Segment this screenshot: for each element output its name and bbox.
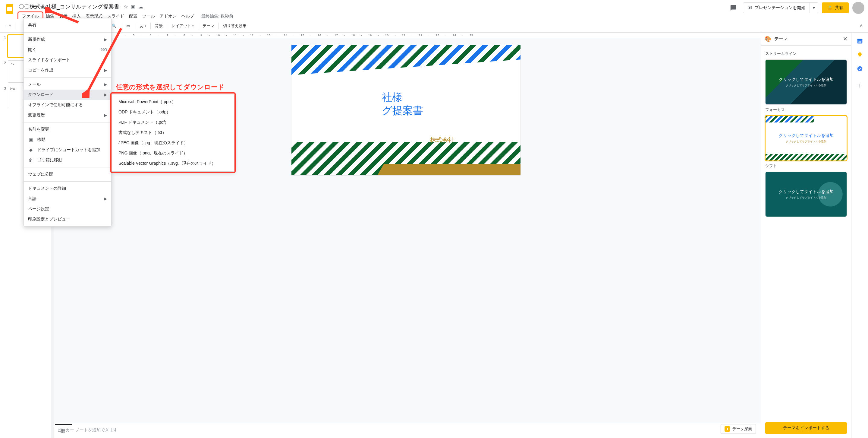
menu-addons[interactable]: アドオン <box>157 12 179 19</box>
move-folder-icon[interactable]: ▣ <box>131 4 135 10</box>
share-button[interactable]: 🔒 共有 <box>822 2 849 13</box>
comments-icon[interactable] <box>727 2 739 13</box>
svg-rect-1 <box>7 7 12 11</box>
present-button[interactable]: プレゼンテーションを開始 ▾ <box>743 2 818 13</box>
app-header: 〇〇株式会社様_コンサルティング提案書 ☆ ▣ ☁ ファイル 編集 表示 挿入 … <box>0 0 868 19</box>
star-icon[interactable]: ☆ <box>124 4 128 10</box>
slides-logo[interactable] <box>4 3 16 15</box>
title-area: 〇〇株式会社様_コンサルティング提案書 ☆ ▣ ☁ ファイル 編集 表示 挿入 … <box>18 2 233 19</box>
share-label: 共有 <box>835 5 843 10</box>
file-menu-dropdown: 共有 新規作成▶ 開く⌘O スライドをインポート コピーを作成▶ メール▶ ダウ… <box>24 18 112 19</box>
menu-help[interactable]: ヘルプ <box>179 12 196 19</box>
document-title[interactable]: 〇〇株式会社様_コンサルティング提案書 <box>18 2 121 11</box>
present-label: プレゼンテーションを開始 <box>755 5 805 10</box>
account-avatar[interactable] <box>852 2 864 14</box>
lock-icon: 🔒 <box>827 5 832 10</box>
menu-tools[interactable]: ツール <box>140 12 157 19</box>
present-caret-icon[interactable]: ▾ <box>810 5 818 10</box>
menu-arrange[interactable]: 配置 <box>127 12 140 19</box>
last-edit-link[interactable]: 最終編集: 数秒前 <box>201 13 233 19</box>
header-right: プレゼンテーションを開始 ▾ 🔒 共有 <box>727 2 866 14</box>
cloud-status-icon[interactable]: ☁ <box>138 4 143 10</box>
